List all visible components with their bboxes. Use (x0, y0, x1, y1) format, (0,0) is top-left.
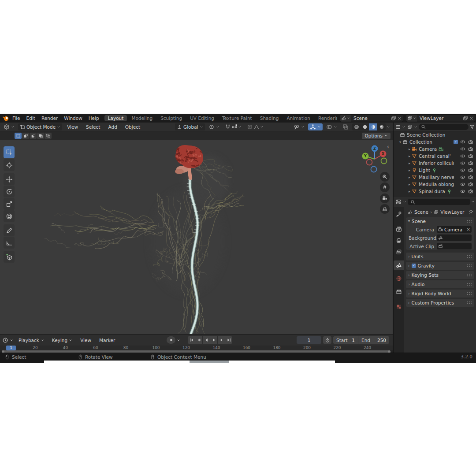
background-set-field[interactable] (437, 234, 472, 241)
outliner-editor-button[interactable] (395, 123, 406, 130)
timeline-menu-marker[interactable]: Marker (95, 338, 119, 343)
drag-handle[interactable] (467, 292, 472, 295)
transport-prev-keyframe[interactable] (195, 336, 202, 344)
tool-cursor[interactable] (4, 159, 15, 171)
transport-play-reverse[interactable] (203, 336, 210, 344)
gravity-checkbox[interactable]: ✓ (412, 264, 416, 268)
transport-play[interactable] (210, 336, 217, 344)
chevron-down-icon[interactable] (471, 200, 475, 204)
outliner-search[interactable] (419, 124, 469, 130)
visibility-toggle-icon[interactable] (460, 139, 465, 145)
camera-field[interactable]: Camera × (437, 226, 472, 233)
transport-jump-last[interactable] (225, 336, 232, 344)
outliner-row-medulla-oblongata[interactable]: ▸Medulla oblongata (394, 181, 476, 188)
options-button[interactable]: Options (362, 133, 390, 139)
auto-keying-button[interactable] (167, 336, 175, 344)
show-gizmo-button[interactable] (308, 123, 323, 130)
workspace-tab-shading[interactable]: Shading (257, 115, 283, 121)
panel-custom-properties[interactable]: ›Custom Properties (406, 299, 474, 307)
outliner-row-central-canal-[interactable]: ▸Central canal' (394, 152, 476, 160)
workspace-tab-layout[interactable]: Layout (104, 115, 127, 121)
camera-view-button[interactable] (380, 193, 390, 203)
visibility-toggle-icon[interactable] (460, 189, 465, 194)
viewport-canvas[interactable]: ZYX ‹ (0, 140, 393, 334)
menu-file[interactable]: File (9, 115, 23, 121)
timeline-menu-view[interactable]: View (76, 338, 95, 343)
expand-icon[interactable]: ▸ (407, 175, 412, 179)
render-toggle-icon[interactable] (468, 153, 473, 159)
use-preview-range-button[interactable] (323, 336, 331, 344)
select-mode-subtract[interactable] (30, 133, 37, 139)
menu-help[interactable]: Help (86, 115, 102, 121)
breadcrumb-viewlayer[interactable]: ViewLayer (440, 209, 464, 215)
tool-select-box[interactable] (4, 146, 15, 158)
drag-handle[interactable] (467, 301, 472, 305)
menu-edit[interactable]: Edit (23, 115, 38, 121)
scene-selector[interactable]: Scene (340, 114, 403, 122)
duplicate-scene-icon[interactable] (391, 115, 396, 121)
expand-icon[interactable]: ▸ (407, 154, 412, 158)
panel-gravity[interactable]: ›✓Gravity (406, 262, 474, 270)
frame-end-field[interactable]: End250 (358, 336, 389, 344)
transport-jump-first[interactable] (188, 336, 195, 344)
panel-keying-sets[interactable]: ›Keying Sets (406, 271, 474, 279)
expand-icon[interactable]: ▸ (407, 147, 412, 151)
viewport-menu-add[interactable]: Add (104, 124, 121, 130)
perspective-toggle-button[interactable] (380, 204, 390, 214)
pivot-point-button[interactable] (207, 123, 221, 130)
outliner-display-mode[interactable] (407, 123, 418, 130)
tool-rotate[interactable] (4, 186, 15, 197)
timeline-menu-keying[interactable]: Keying (48, 338, 76, 343)
expand-icon[interactable]: ▸ (407, 168, 412, 172)
filter-icon[interactable] (469, 124, 475, 130)
workspace-tab-sculpting[interactable]: Sculpting (157, 115, 186, 121)
tool-add-cube[interactable] (4, 251, 15, 263)
properties-search[interactable] (408, 199, 470, 205)
select-mode-invert[interactable] (37, 133, 44, 139)
proportional-edit-toggle[interactable] (245, 123, 265, 130)
mode-selector[interactable]: Object Mode (18, 123, 62, 130)
select-mode-set[interactable] (15, 133, 22, 139)
pin-icon[interactable] (468, 209, 473, 215)
properties-tab-viewlayer[interactable] (394, 247, 404, 257)
timeline-editor-button[interactable] (2, 337, 14, 344)
viewport-menu-object[interactable]: Object (121, 124, 144, 130)
transport-next-keyframe[interactable] (218, 336, 225, 344)
viewport-menu-view[interactable]: View (63, 124, 82, 130)
sidebar-toggle[interactable]: ‹ (387, 144, 389, 150)
duplicate-viewlayer-icon[interactable] (463, 115, 468, 121)
expand-icon[interactable]: ▸ (407, 161, 412, 165)
workspace-tab-rendering[interactable]: Rendering (315, 115, 337, 121)
chevron-down-icon[interactable] (387, 125, 390, 129)
scene-name[interactable]: Scene (351, 115, 391, 121)
zoom-view-button[interactable] (380, 172, 390, 182)
panel-units[interactable]: ›Units (406, 253, 474, 260)
properties-tab-tool[interactable] (394, 209, 404, 219)
properties-tab-collection[interactable] (394, 287, 404, 297)
snap-toggle[interactable] (223, 123, 243, 130)
drag-handle[interactable] (467, 264, 472, 268)
properties-tab-render[interactable] (394, 224, 404, 234)
visibility-toggle-icon[interactable] (460, 153, 465, 159)
outliner-row-camera[interactable]: ▸Camera (394, 145, 476, 152)
outliner-row-light[interactable]: ▸Light (394, 167, 476, 174)
viewlayer-selector[interactable]: ViewLayer (406, 114, 475, 122)
visibility-toggle-icon[interactable] (460, 182, 465, 187)
render-toggle-icon[interactable] (468, 139, 473, 145)
shading-wireframe-button[interactable] (352, 123, 361, 130)
shading-material-button[interactable] (369, 123, 377, 130)
breadcrumb-scene[interactable]: Scene (414, 209, 428, 215)
current-frame-field[interactable]: 1 (297, 336, 321, 344)
render-toggle-icon[interactable] (468, 175, 473, 180)
panel-rigid-body-world[interactable]: ›Rigid Body World (406, 290, 474, 298)
workspace-tab-texture-paint[interactable]: Texture Paint (219, 115, 256, 121)
workspace-tab-modeling[interactable]: Modeling (128, 115, 156, 121)
editor-type-button[interactable] (2, 123, 16, 130)
render-toggle-icon[interactable] (468, 182, 473, 187)
playhead[interactable]: 1 (6, 346, 16, 350)
tool-transform[interactable] (4, 210, 15, 222)
collection-checkbox[interactable]: ✓ (454, 140, 458, 144)
tool-move[interactable] (4, 173, 15, 185)
show-overlays-button[interactable] (324, 123, 339, 130)
drag-handle[interactable] (467, 283, 472, 286)
